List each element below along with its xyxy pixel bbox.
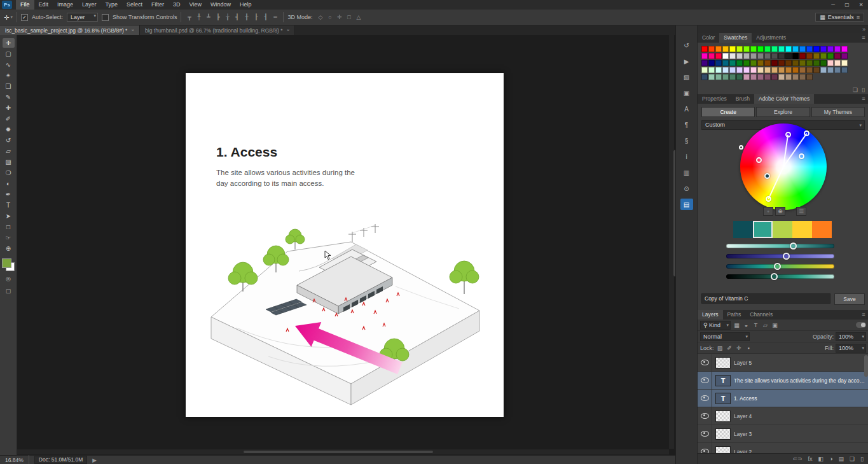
- menu-edit[interactable]: Edit: [34, 0, 53, 10]
- themes-nav-create[interactable]: Create: [701, 107, 755, 117]
- align-icon-4[interactable]: ╁: [223, 13, 231, 22]
- color-swatch[interactable]: [820, 60, 827, 66]
- fill-dropdown[interactable]: 100%: [836, 344, 866, 353]
- actions-panel-icon[interactable]: ▶: [680, 55, 693, 67]
- tab-layers[interactable]: Layers: [698, 310, 723, 320]
- color-swatch[interactable]: [743, 67, 750, 73]
- color-swatch[interactable]: [701, 53, 708, 59]
- color-swatch[interactable]: [722, 53, 729, 59]
- paragraph-panel-icon[interactable]: ¶: [680, 119, 693, 130]
- libraries-panel-icon[interactable]: ▤: [680, 199, 693, 210]
- 3d-mode-icon-0[interactable]: ◇: [317, 13, 325, 22]
- type-tool[interactable]: T: [3, 200, 15, 210]
- slider-knob[interactable]: [771, 273, 778, 280]
- color-swatch[interactable]: [743, 46, 750, 52]
- align-icon-5[interactable]: ┫: [233, 13, 241, 22]
- color-swatch[interactable]: [736, 67, 743, 73]
- color-swatch[interactable]: [750, 60, 757, 66]
- filter-adjustment-layers-icon[interactable]: ◒: [742, 321, 750, 329]
- close-tab-icon[interactable]: ×: [287, 27, 290, 33]
- color-swatch[interactable]: [764, 46, 771, 52]
- zoom-level[interactable]: 16.84%: [5, 457, 24, 463]
- color-swatch[interactable]: [778, 60, 785, 66]
- marquee-tool[interactable]: ▢: [3, 49, 15, 59]
- color-swatch[interactable]: [806, 60, 813, 66]
- color-swatch[interactable]: [799, 74, 806, 80]
- layer-group-icon[interactable]: ▤: [838, 456, 844, 462]
- layer-row-1[interactable]: TThe site allows various activities duri…: [698, 372, 868, 390]
- menu-file[interactable]: File: [16, 0, 34, 10]
- lock-all-icon[interactable]: ▪: [745, 344, 753, 352]
- navigator-panel-icon[interactable]: ⊙: [680, 183, 693, 194]
- color-swatch[interactable]: [778, 46, 785, 52]
- slider-knob[interactable]: [783, 253, 790, 260]
- tab-brush[interactable]: Brush: [731, 94, 754, 104]
- kind-filter-dropdown[interactable]: ⚲ Kind: [700, 321, 731, 330]
- color-swatch[interactable]: [799, 60, 806, 66]
- eye-icon[interactable]: [701, 431, 709, 437]
- color-swatch[interactable]: [764, 67, 771, 73]
- color-swatch[interactable]: [708, 67, 715, 73]
- lock-transparency-icon[interactable]: ▨: [716, 344, 724, 352]
- hand-tool[interactable]: ☞: [3, 233, 15, 243]
- restore-button[interactable]: ▢: [840, 0, 854, 10]
- 3d-mode-icon-3[interactable]: □: [345, 13, 354, 22]
- 3d-mode-icon-4[interactable]: △: [355, 13, 363, 22]
- color-swatch[interactable]: [750, 46, 757, 52]
- layer-mask-icon[interactable]: ◧: [818, 456, 824, 462]
- align-icon-1[interactable]: ╀: [195, 13, 203, 22]
- gradient-tool[interactable]: ▨: [3, 157, 15, 167]
- layer-row-2[interactable]: T1. Access: [698, 390, 868, 407]
- menu-type[interactable]: Type: [101, 0, 123, 10]
- clone-stamp-tool[interactable]: ✹: [3, 125, 15, 134]
- color-swatch[interactable]: [771, 53, 778, 59]
- move-tool[interactable]: ✛: [3, 38, 15, 48]
- theme-slider-4[interactable]: [726, 274, 834, 279]
- color-swatch[interactable]: [736, 74, 743, 80]
- layer-row-3[interactable]: Layer 4: [698, 407, 868, 425]
- color-swatch[interactable]: [722, 67, 729, 73]
- auto-select-target-dropdown[interactable]: Layer: [67, 13, 98, 22]
- color-swatch[interactable]: [841, 46, 848, 52]
- new-swatch-icon[interactable]: ❏: [853, 87, 858, 93]
- color-swatch[interactable]: [764, 74, 771, 80]
- color-swatch[interactable]: [841, 67, 848, 73]
- quick-selection-tool[interactable]: ✴: [3, 71, 15, 80]
- color-swatch[interactable]: [701, 74, 708, 80]
- filter-toggle[interactable]: [856, 322, 866, 328]
- color-swatch[interactable]: [715, 67, 722, 73]
- panel-menu-icon[interactable]: ≡: [858, 94, 868, 104]
- eye-icon[interactable]: [701, 377, 709, 383]
- color-swatch[interactable]: [771, 60, 778, 66]
- layer-thumbnail[interactable]: [715, 357, 731, 369]
- wheel-marker-knob[interactable]: [785, 132, 791, 137]
- history-brush-tool[interactable]: ↺: [3, 136, 15, 145]
- color-swatch[interactable]: [715, 46, 722, 52]
- eye-icon[interactable]: [701, 360, 709, 365]
- color-swatch[interactable]: [722, 46, 729, 52]
- align-icon-6[interactable]: ╂: [242, 13, 251, 22]
- color-swatch[interactable]: [841, 60, 848, 66]
- color-swatch[interactable]: [736, 60, 743, 66]
- color-swatch[interactable]: [820, 53, 827, 59]
- layer-thumbnail[interactable]: [715, 428, 731, 440]
- adjustment-layer-icon[interactable]: ◑: [829, 456, 832, 462]
- auto-select-checkbox[interactable]: ✓: [21, 14, 28, 21]
- crop-tool[interactable]: ❏: [3, 81, 15, 91]
- delete-swatch-icon[interactable]: ▯: [862, 87, 865, 93]
- shape-tool[interactable]: □: [3, 222, 15, 232]
- tab-adobe-color-themes[interactable]: Adobe Color Themes: [754, 94, 814, 104]
- canvas-vertical-scrollbar[interactable]: [669, 35, 674, 449]
- color-swatch[interactable]: [764, 60, 771, 66]
- collapse-panels-icon[interactable]: »: [862, 25, 865, 33]
- themes-nav-my-themes[interactable]: My Themes: [811, 107, 865, 117]
- save-theme-button[interactable]: Save: [834, 293, 865, 305]
- color-swatch[interactable]: [729, 60, 736, 66]
- pen-tool[interactable]: ✒: [3, 190, 15, 199]
- color-swatch[interactable]: [708, 46, 715, 52]
- color-rule-icon[interactable]: ⊕: [775, 207, 785, 216]
- tab-color[interactable]: Color: [698, 33, 719, 43]
- menu-select[interactable]: Select: [122, 0, 147, 10]
- menu-filter[interactable]: Filter: [147, 0, 169, 10]
- status-flyout-icon[interactable]: ▶: [92, 457, 97, 463]
